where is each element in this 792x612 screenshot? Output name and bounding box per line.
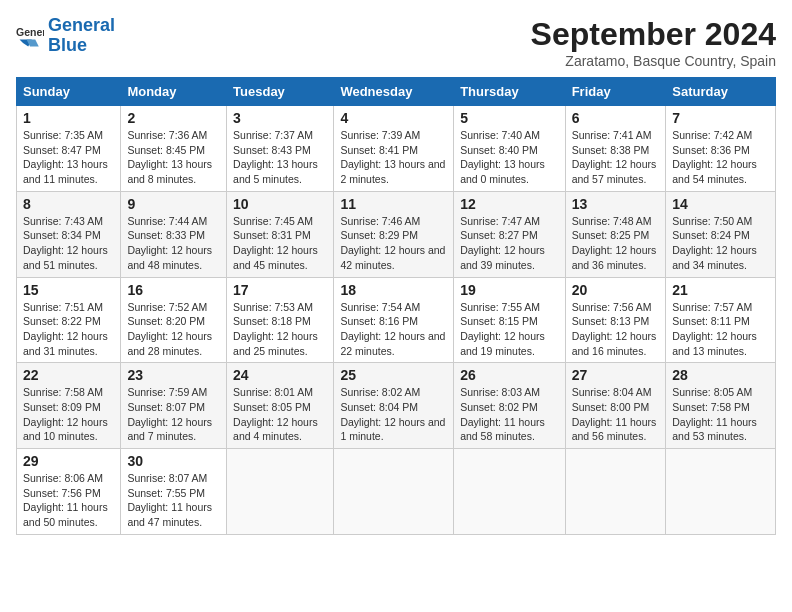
sunset: Sunset: 8:07 PM — [127, 401, 205, 413]
day-number: 10 — [233, 196, 327, 212]
calendar-cell: 13 Sunrise: 7:48 AM Sunset: 8:25 PM Dayl… — [565, 191, 666, 277]
day-info: Sunrise: 8:01 AM Sunset: 8:05 PM Dayligh… — [233, 385, 327, 444]
sunset: Sunset: 8:11 PM — [672, 315, 750, 327]
day-number: 13 — [572, 196, 660, 212]
sunrise: Sunrise: 7:46 AM — [340, 215, 420, 227]
sunset: Sunset: 8:36 PM — [672, 144, 750, 156]
day-info: Sunrise: 7:35 AM Sunset: 8:47 PM Dayligh… — [23, 128, 114, 187]
day-info: Sunrise: 8:07 AM Sunset: 7:55 PM Dayligh… — [127, 471, 220, 530]
day-info: Sunrise: 7:41 AM Sunset: 8:38 PM Dayligh… — [572, 128, 660, 187]
day-info: Sunrise: 7:39 AM Sunset: 8:41 PM Dayligh… — [340, 128, 447, 187]
calendar-table: Sunday Monday Tuesday Wednesday Thursday… — [16, 77, 776, 535]
daylight: Daylight: 12 hours and 31 minutes. — [23, 330, 108, 357]
day-number: 20 — [572, 282, 660, 298]
day-info: Sunrise: 8:02 AM Sunset: 8:04 PM Dayligh… — [340, 385, 447, 444]
sunset: Sunset: 8:33 PM — [127, 229, 205, 241]
day-info: Sunrise: 8:05 AM Sunset: 7:58 PM Dayligh… — [672, 385, 769, 444]
calendar-cell: 11 Sunrise: 7:46 AM Sunset: 8:29 PM Dayl… — [334, 191, 454, 277]
sunrise: Sunrise: 8:03 AM — [460, 386, 540, 398]
day-info: Sunrise: 7:40 AM Sunset: 8:40 PM Dayligh… — [460, 128, 558, 187]
day-info: Sunrise: 7:47 AM Sunset: 8:27 PM Dayligh… — [460, 214, 558, 273]
daylight: Daylight: 12 hours and 13 minutes. — [672, 330, 757, 357]
sunset: Sunset: 8:13 PM — [572, 315, 650, 327]
day-number: 24 — [233, 367, 327, 383]
daylight: Daylight: 12 hours and 16 minutes. — [572, 330, 657, 357]
sunrise: Sunrise: 8:01 AM — [233, 386, 313, 398]
day-info: Sunrise: 7:46 AM Sunset: 8:29 PM Dayligh… — [340, 214, 447, 273]
calendar-cell: 10 Sunrise: 7:45 AM Sunset: 8:31 PM Dayl… — [227, 191, 334, 277]
day-info: Sunrise: 7:37 AM Sunset: 8:43 PM Dayligh… — [233, 128, 327, 187]
day-number: 3 — [233, 110, 327, 126]
day-number: 5 — [460, 110, 558, 126]
daylight: Daylight: 12 hours and 57 minutes. — [572, 158, 657, 185]
page-header: General GeneralBlue September 2024 Zarat… — [16, 16, 776, 69]
day-info: Sunrise: 8:04 AM Sunset: 8:00 PM Dayligh… — [572, 385, 660, 444]
day-number: 22 — [23, 367, 114, 383]
week-row-2: 15 Sunrise: 7:51 AM Sunset: 8:22 PM Dayl… — [17, 277, 776, 363]
header-sunday: Sunday — [17, 78, 121, 106]
calendar-cell: 25 Sunrise: 8:02 AM Sunset: 8:04 PM Dayl… — [334, 363, 454, 449]
calendar-cell — [334, 449, 454, 535]
calendar-cell: 26 Sunrise: 8:03 AM Sunset: 8:02 PM Dayl… — [454, 363, 565, 449]
daylight: Daylight: 12 hours and 22 minutes. — [340, 330, 445, 357]
sunrise: Sunrise: 7:53 AM — [233, 301, 313, 313]
header-thursday: Thursday — [454, 78, 565, 106]
daylight: Daylight: 13 hours and 5 minutes. — [233, 158, 318, 185]
sunrise: Sunrise: 7:41 AM — [572, 129, 652, 141]
sunset: Sunset: 8:22 PM — [23, 315, 101, 327]
daylight: Daylight: 12 hours and 10 minutes. — [23, 416, 108, 443]
daylight: Daylight: 11 hours and 56 minutes. — [572, 416, 657, 443]
daylight: Daylight: 13 hours and 0 minutes. — [460, 158, 545, 185]
daylight: Daylight: 12 hours and 25 minutes. — [233, 330, 318, 357]
sunset: Sunset: 8:27 PM — [460, 229, 538, 241]
day-number: 18 — [340, 282, 447, 298]
sunrise: Sunrise: 7:59 AM — [127, 386, 207, 398]
calendar-cell: 12 Sunrise: 7:47 AM Sunset: 8:27 PM Dayl… — [454, 191, 565, 277]
day-number: 1 — [23, 110, 114, 126]
calendar-cell: 9 Sunrise: 7:44 AM Sunset: 8:33 PM Dayli… — [121, 191, 227, 277]
day-info: Sunrise: 7:57 AM Sunset: 8:11 PM Dayligh… — [672, 300, 769, 359]
calendar-cell: 24 Sunrise: 8:01 AM Sunset: 8:05 PM Dayl… — [227, 363, 334, 449]
sunrise: Sunrise: 7:48 AM — [572, 215, 652, 227]
calendar-cell: 7 Sunrise: 7:42 AM Sunset: 8:36 PM Dayli… — [666, 106, 776, 192]
sunrise: Sunrise: 7:55 AM — [460, 301, 540, 313]
sunrise: Sunrise: 7:39 AM — [340, 129, 420, 141]
day-number: 29 — [23, 453, 114, 469]
logo: General GeneralBlue — [16, 16, 115, 56]
sunrise: Sunrise: 8:05 AM — [672, 386, 752, 398]
daylight: Daylight: 12 hours and 7 minutes. — [127, 416, 212, 443]
calendar-cell: 19 Sunrise: 7:55 AM Sunset: 8:15 PM Dayl… — [454, 277, 565, 363]
sunrise: Sunrise: 7:37 AM — [233, 129, 313, 141]
sunrise: Sunrise: 7:36 AM — [127, 129, 207, 141]
calendar-cell: 6 Sunrise: 7:41 AM Sunset: 8:38 PM Dayli… — [565, 106, 666, 192]
calendar-cell: 23 Sunrise: 7:59 AM Sunset: 8:07 PM Dayl… — [121, 363, 227, 449]
calendar-cell: 16 Sunrise: 7:52 AM Sunset: 8:20 PM Dayl… — [121, 277, 227, 363]
day-info: Sunrise: 7:59 AM Sunset: 8:07 PM Dayligh… — [127, 385, 220, 444]
daylight: Daylight: 11 hours and 47 minutes. — [127, 501, 212, 528]
sunset: Sunset: 8:20 PM — [127, 315, 205, 327]
sunset: Sunset: 8:04 PM — [340, 401, 418, 413]
sunrise: Sunrise: 8:04 AM — [572, 386, 652, 398]
sunset: Sunset: 8:31 PM — [233, 229, 311, 241]
day-info: Sunrise: 7:42 AM Sunset: 8:36 PM Dayligh… — [672, 128, 769, 187]
sunrise: Sunrise: 8:07 AM — [127, 472, 207, 484]
day-number: 8 — [23, 196, 114, 212]
calendar-cell: 30 Sunrise: 8:07 AM Sunset: 7:55 PM Dayl… — [121, 449, 227, 535]
sunrise: Sunrise: 7:44 AM — [127, 215, 207, 227]
daylight: Daylight: 12 hours and 48 minutes. — [127, 244, 212, 271]
day-number: 6 — [572, 110, 660, 126]
weekday-header-row: Sunday Monday Tuesday Wednesday Thursday… — [17, 78, 776, 106]
daylight: Daylight: 12 hours and 4 minutes. — [233, 416, 318, 443]
sunrise: Sunrise: 7:35 AM — [23, 129, 103, 141]
week-row-0: 1 Sunrise: 7:35 AM Sunset: 8:47 PM Dayli… — [17, 106, 776, 192]
calendar-cell: 4 Sunrise: 7:39 AM Sunset: 8:41 PM Dayli… — [334, 106, 454, 192]
day-info: Sunrise: 7:36 AM Sunset: 8:45 PM Dayligh… — [127, 128, 220, 187]
day-info: Sunrise: 7:48 AM Sunset: 8:25 PM Dayligh… — [572, 214, 660, 273]
calendar-cell: 17 Sunrise: 7:53 AM Sunset: 8:18 PM Dayl… — [227, 277, 334, 363]
sunset: Sunset: 8:43 PM — [233, 144, 311, 156]
day-number: 26 — [460, 367, 558, 383]
day-info: Sunrise: 8:06 AM Sunset: 7:56 PM Dayligh… — [23, 471, 114, 530]
calendar-cell: 5 Sunrise: 7:40 AM Sunset: 8:40 PM Dayli… — [454, 106, 565, 192]
week-row-1: 8 Sunrise: 7:43 AM Sunset: 8:34 PM Dayli… — [17, 191, 776, 277]
calendar-cell: 15 Sunrise: 7:51 AM Sunset: 8:22 PM Dayl… — [17, 277, 121, 363]
